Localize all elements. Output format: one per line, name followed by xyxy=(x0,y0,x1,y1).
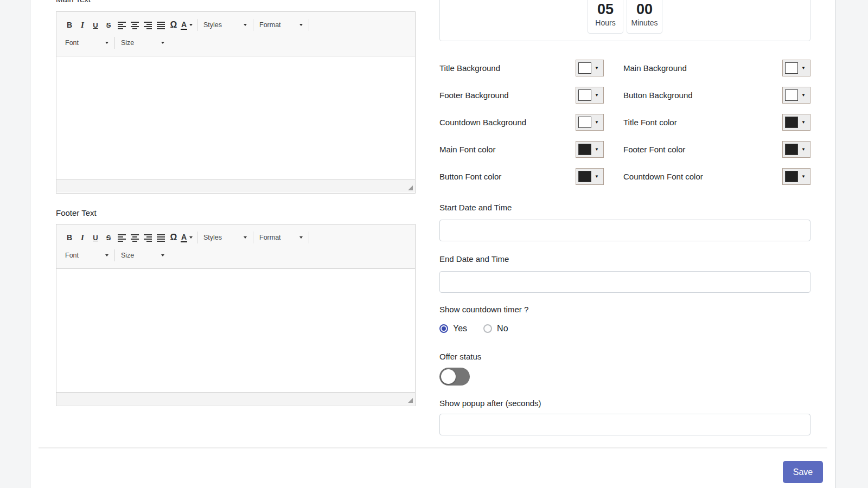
text-color-button[interactable]: A xyxy=(180,18,193,32)
color-setting-button-background: Button Background ▼ xyxy=(623,87,810,104)
caret-down-icon xyxy=(189,24,193,26)
font-dropdown[interactable]: Font xyxy=(63,248,111,262)
color-picker[interactable]: ▼ xyxy=(576,168,604,185)
color-picker[interactable]: ▼ xyxy=(782,60,810,76)
popup-after-input[interactable] xyxy=(439,414,810,435)
radio-option-no[interactable]: No xyxy=(483,324,508,333)
align-center-button[interactable] xyxy=(128,18,141,32)
color-setting-main-font: Main Font color ▼ xyxy=(439,141,604,158)
offer-status-toggle[interactable] xyxy=(439,368,470,386)
end-date-label: End Date and Time xyxy=(439,254,509,264)
strikethrough-button[interactable]: S xyxy=(102,18,115,32)
align-justify-button[interactable] xyxy=(154,230,167,245)
color-swatch xyxy=(578,62,591,74)
caret-down-icon xyxy=(299,24,303,26)
color-picker[interactable]: ▼ xyxy=(576,60,604,76)
color-picker[interactable]: ▼ xyxy=(782,87,810,104)
footer-text-label: Footer Text xyxy=(56,208,97,217)
text-color-letter: A xyxy=(181,21,187,30)
radio-option-yes[interactable]: Yes xyxy=(439,324,467,333)
align-center-icon xyxy=(131,21,139,29)
radio-no-control[interactable] xyxy=(483,324,492,333)
font-dropdown[interactable]: Font xyxy=(63,36,111,50)
special-character-button[interactable]: Ω xyxy=(167,230,180,245)
color-picker[interactable]: ▼ xyxy=(782,114,810,131)
caret-down-icon xyxy=(299,236,303,239)
countdown-hours-box: 05 Hours xyxy=(588,0,623,34)
text-color-button[interactable]: A xyxy=(180,230,193,245)
special-character-button[interactable]: Ω xyxy=(167,18,180,32)
color-picker[interactable]: ▼ xyxy=(576,141,604,158)
resize-handle-icon[interactable] xyxy=(408,398,413,403)
resize-handle-icon[interactable] xyxy=(408,185,413,190)
dropdown-arrow-icon: ▼ xyxy=(595,120,599,125)
main-text-editor: B I U S Ω A Styles Format xyxy=(56,11,416,194)
align-right-button[interactable] xyxy=(141,230,154,245)
italic-button[interactable]: I xyxy=(76,230,89,245)
color-setting-main-background: Main Background ▼ xyxy=(623,60,810,76)
styles-dropdown[interactable]: Styles xyxy=(201,18,249,32)
strikethrough-button[interactable]: S xyxy=(102,230,115,245)
color-picker[interactable]: ▼ xyxy=(782,168,810,185)
color-picker[interactable]: ▼ xyxy=(576,87,604,104)
align-justify-icon xyxy=(157,21,165,29)
italic-button[interactable]: I xyxy=(76,18,89,32)
end-date-input[interactable] xyxy=(439,271,810,293)
dropdown-arrow-icon: ▼ xyxy=(801,93,806,98)
start-date-input[interactable] xyxy=(439,220,810,241)
toolbar-row-1: B I U S Ω A Styles Format xyxy=(63,228,409,247)
caret-down-icon xyxy=(105,254,108,256)
color-setting-title-background: Title Background ▼ xyxy=(439,60,604,76)
color-picker[interactable]: ▼ xyxy=(782,141,810,158)
caret-down-icon xyxy=(244,236,247,239)
align-justify-button[interactable] xyxy=(154,18,167,32)
countdown-preview: 05 Hours 00 Minutes xyxy=(439,0,810,41)
align-left-button[interactable] xyxy=(115,230,128,245)
underline-button[interactable]: U xyxy=(89,230,102,245)
align-right-button[interactable] xyxy=(141,18,154,32)
color-setting-label: Countdown Font color xyxy=(623,172,703,181)
radio-yes-control[interactable] xyxy=(439,324,448,333)
bold-button[interactable]: B xyxy=(63,230,76,245)
styles-dropdown-label: Styles xyxy=(203,21,222,29)
styles-dropdown[interactable]: Styles xyxy=(201,230,249,245)
color-setting-countdown-font: Countdown Font color ▼ xyxy=(623,168,810,185)
color-setting-countdown-background: Countdown Background ▼ xyxy=(439,114,604,131)
toolbar-separator xyxy=(197,19,197,31)
size-dropdown[interactable]: Size xyxy=(119,36,167,50)
toolbar-separator xyxy=(114,249,115,261)
underline-button[interactable]: U xyxy=(89,18,102,32)
main-text-editing-area[interactable] xyxy=(56,56,415,179)
align-right-icon xyxy=(144,21,152,29)
footer-text-editing-area[interactable] xyxy=(56,269,415,392)
align-center-button[interactable] xyxy=(128,230,141,245)
caret-down-icon xyxy=(189,236,193,239)
settings-column: 05 Hours 00 Minutes Title Background ▼ M… xyxy=(439,0,810,488)
styles-dropdown-label: Styles xyxy=(203,234,222,241)
dropdown-arrow-icon: ▼ xyxy=(595,174,599,179)
dropdown-arrow-icon: ▼ xyxy=(801,120,806,125)
show-countdown-options: Yes No xyxy=(439,324,508,333)
color-setting-label: Button Font color xyxy=(439,172,501,181)
toolbar-separator xyxy=(197,232,197,243)
save-button[interactable]: Save xyxy=(783,461,823,483)
font-dropdown-label: Font xyxy=(65,252,79,259)
size-dropdown[interactable]: Size xyxy=(119,248,167,262)
align-right-icon xyxy=(144,234,152,242)
format-dropdown[interactable]: Format xyxy=(257,18,305,32)
toolbar-separator xyxy=(253,19,253,31)
size-dropdown-label: Size xyxy=(121,252,134,259)
color-picker[interactable]: ▼ xyxy=(576,114,604,131)
align-left-button[interactable] xyxy=(115,18,128,32)
format-dropdown[interactable]: Format xyxy=(257,230,305,245)
align-left-icon xyxy=(118,21,126,29)
toggle-knob xyxy=(441,369,456,384)
text-color-letter: A xyxy=(181,233,187,242)
toolbar-row-2: Font Size xyxy=(63,247,409,264)
bold-button[interactable]: B xyxy=(63,18,76,32)
toolbar-separator xyxy=(309,19,309,31)
color-setting-label: Button Background xyxy=(623,91,693,100)
dropdown-arrow-icon: ▼ xyxy=(595,147,599,152)
caret-down-icon xyxy=(161,254,164,256)
color-setting-footer-background: Footer Background ▼ xyxy=(439,87,604,104)
